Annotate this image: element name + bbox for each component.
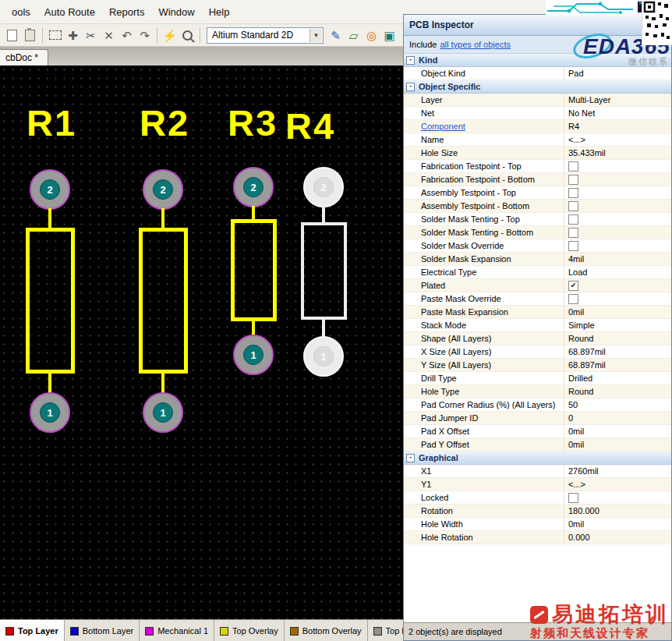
view-mode-combobox[interactable]: Altium Standard 2D ▼ [207,27,324,44]
layer-tab-bottom-layer[interactable]: Bottom Layer [65,620,140,641]
property-value[interactable]: ✔ [564,281,671,291]
cut-icon[interactable]: ✂ [82,27,100,44]
property-value[interactable]: Simple [564,320,671,330]
menu-item-help[interactable]: Help [202,2,237,22]
property-value[interactable]: 4mil [564,254,671,264]
checkbox[interactable] [568,294,578,304]
property-value[interactable] [564,201,671,211]
property-value[interactable]: <...> [564,135,671,144]
property-value[interactable] [564,161,671,172]
checkbox[interactable] [568,493,578,503]
move-icon[interactable]: ✚ [64,27,82,44]
property-value[interactable]: Round [564,334,671,343]
silkscreen-outline[interactable] [139,228,188,374]
refdes-label[interactable]: R4 [285,108,335,144]
menu-item-ools[interactable]: ools [5,2,37,22]
property-value[interactable]: 50 [564,400,671,409]
close-icon[interactable]: ✕ [639,19,652,31]
pad-selected[interactable]: 2 [303,167,344,207]
checkbox[interactable] [568,175,578,185]
panel-title-bar[interactable]: PCB Inspector ✕ [404,15,671,36]
chevron-down-icon[interactable]: ▼ [309,29,322,42]
property-value[interactable] [564,175,671,185]
pad[interactable]: 2 [30,169,70,210]
property-value[interactable]: Drilled [564,374,671,383]
layer-tab-top-overlay[interactable]: Top Overlay [214,620,285,641]
property-value[interactable]: Pad [564,69,671,78]
property-value[interactable]: Round [564,387,671,396]
refdes-label[interactable]: R1 [27,104,76,141]
property-value[interactable]: 0 [564,413,671,423]
clear-filter-icon[interactable]: ✕ [100,27,118,44]
select-area-icon[interactable] [46,27,64,44]
layer-tab-mechanical-1[interactable]: Mechanical 1 [140,620,214,641]
section-header-graphical[interactable]: -Graphical [404,452,671,465]
paste-icon[interactable] [21,27,39,44]
document-tab[interactable]: cbDoc * [0,49,48,66]
property-value[interactable]: <...> [564,480,671,489]
pad[interactable]: 1 [143,392,183,433]
property-value[interactable]: No Net [564,108,671,118]
pad[interactable]: 1 [233,335,274,375]
redo-icon[interactable]: ↷ [136,27,154,44]
checkbox[interactable] [568,214,578,225]
collapse-icon[interactable]: - [406,454,415,462]
property-value[interactable]: 0mil [564,519,671,529]
property-value[interactable]: 0mil [564,307,671,317]
pad[interactable]: 1 [30,392,70,433]
menu-item-window[interactable]: Window [151,2,201,22]
silkscreen-outline[interactable] [231,219,277,321]
layer-tab-bottom-overlay[interactable]: Bottom Overlay [285,620,368,641]
collapse-icon[interactable]: - [406,56,415,65]
include-scope-link[interactable]: all types of objects [440,40,511,49]
property-value[interactable] [564,228,671,238]
property-value[interactable]: R4 [564,122,671,131]
property-label: Paste Mask Expansion [404,306,564,318]
property-value[interactable]: Load [564,267,671,277]
property-value[interactable] [564,214,671,225]
property-value[interactable]: 0mil [564,440,671,449]
menu-item-reports[interactable]: Reports [102,2,152,22]
pad-selected[interactable]: 1 [303,336,344,377]
property-value[interactable]: 68.897mil [564,347,671,356]
section-header-object-specific[interactable]: -Object Specific [404,80,671,94]
route-pencil-icon[interactable]: ✎ [327,27,345,44]
layer-tab-top-paste[interactable]: Top Paste [368,620,403,641]
checkbox[interactable]: ✔ [568,281,578,291]
undo-icon[interactable]: ↶ [118,27,136,44]
property-row-assembly-testpoint-bottom: Assembly Testpoint - Bottom [404,200,671,213]
menu-item-auto-route[interactable]: Auto Route [37,2,102,22]
wand-icon[interactable]: ⚡ [161,27,179,44]
property-value[interactable] [564,294,671,304]
checkbox[interactable] [568,188,578,198]
property-value[interactable]: Multi-Layer [564,95,671,104]
property-value[interactable]: 68.897mil [564,360,671,370]
silkscreen-outline[interactable] [301,222,347,320]
checkbox[interactable] [568,201,578,211]
print-icon[interactable] [3,27,21,44]
property-value[interactable]: 180.000 [564,506,671,515]
silkscreen-outline[interactable] [26,228,75,374]
pad[interactable]: 2 [143,169,183,210]
property-value[interactable]: 35.433mil [564,148,671,158]
checkbox[interactable] [568,228,578,238]
section-header-kind[interactable]: -Kind [404,54,671,67]
property-value[interactable]: 2760mil [564,466,671,476]
pad-icon[interactable]: ▣ [380,27,398,44]
property-value[interactable] [564,493,671,503]
collapse-icon[interactable]: - [406,83,415,91]
property-label[interactable]: Component [404,120,564,133]
zoom-icon[interactable] [179,27,196,44]
refdes-label[interactable]: R3 [228,104,278,141]
property-value[interactable]: 0mil [564,427,671,436]
checkbox[interactable] [568,241,578,251]
polygon-icon[interactable]: ▱ [345,27,363,44]
property-value[interactable] [564,241,671,251]
property-value[interactable]: 0.000 [564,533,671,542]
layer-tab-top-layer[interactable]: Top Layer [0,620,65,641]
refdes-label[interactable]: R2 [140,104,189,141]
pad[interactable]: 2 [233,167,274,207]
property-value[interactable] [564,188,671,198]
via-icon[interactable]: ◎ [363,27,380,44]
checkbox[interactable] [568,161,578,172]
